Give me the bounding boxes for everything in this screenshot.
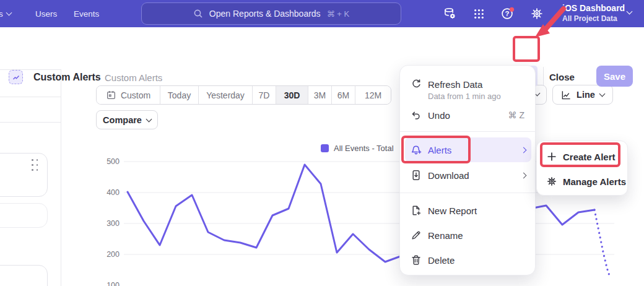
board-icon	[9, 70, 23, 84]
project-switcher[interactable]: iOS Dashboard All Project Data	[562, 3, 625, 23]
page-title: Custom Alerts	[33, 72, 101, 83]
compare-button[interactable]: Compare	[96, 110, 158, 129]
chart-legend: All Events - Total	[321, 144, 394, 153]
submenu-item-label: Create Alert	[563, 152, 615, 162]
new-report-icon	[411, 205, 422, 216]
range-7d[interactable]: 7D	[253, 86, 276, 104]
manage-alerts-item[interactable]: Manage Alerts	[537, 170, 627, 193]
menu-item-label: New Report	[428, 206, 477, 216]
chevron-down-icon[interactable]	[627, 9, 633, 15]
search-placeholder: Open Reports & Dashboards	[209, 9, 321, 19]
range-12m[interactable]: 12M	[355, 86, 391, 104]
y-axis-tick: 400	[98, 188, 120, 197]
more-menu: Refresh Data Data from 1 min ago Undo ⌘ …	[399, 65, 536, 275]
apps-grid-icon[interactable]	[471, 6, 486, 21]
range-label: 30D	[284, 90, 300, 100]
date-range-selector: Custom Today Yesterday 7D 30D 3M 6M 12M	[96, 85, 391, 105]
plus-icon	[546, 151, 557, 162]
save-button[interactable]: Save	[596, 66, 633, 87]
header-divider	[543, 67, 544, 86]
range-6m[interactable]: 6M	[332, 86, 355, 104]
range-custom[interactable]: Custom	[97, 86, 160, 104]
menu-item-shortcut: ⌘ Z	[508, 110, 524, 120]
range-label: Custom	[121, 90, 150, 100]
chevron-down-icon	[6, 10, 12, 16]
gear-icon	[546, 176, 557, 187]
submenu-item-label: Manage Alerts	[563, 176, 626, 187]
search-shortcut: ⌘ + K	[327, 9, 350, 19]
range-label: 12M	[365, 90, 381, 100]
report-header: Custom Alerts Custom Alerts GV Duplicate…	[0, 27, 644, 65]
y-axis-tick: 300	[98, 219, 120, 228]
range-label: Yesterday	[206, 90, 245, 100]
menu-divider	[400, 131, 535, 132]
legend-label: All Events - Total	[334, 144, 394, 153]
chevron-down-icon	[146, 116, 152, 122]
bell-plus-icon	[411, 144, 422, 155]
menu-divider	[400, 193, 535, 193]
range-yesterday[interactable]: Yesterday	[199, 86, 253, 104]
close-button[interactable]: Close	[549, 72, 575, 82]
nav-users[interactable]: Users	[35, 0, 57, 27]
compare-label: Compare	[103, 115, 142, 125]
line-chart-icon	[561, 90, 572, 100]
range-label: 3M	[314, 90, 326, 100]
global-search[interactable]: Open Reports & Dashboards ⌘ + K	[141, 2, 401, 25]
menu-item-new-report[interactable]: New Report	[400, 198, 535, 223]
download-icon	[411, 170, 422, 181]
chart-type-label: Line	[577, 90, 595, 100]
menu-item-undo[interactable]: Undo ⌘ Z	[400, 103, 535, 128]
y-axis-tick: 200	[98, 250, 120, 259]
menu-item-sublabel: Data from 1 min ago	[428, 92, 501, 101]
range-label: 7D	[259, 90, 270, 100]
range-label: Today	[168, 90, 191, 100]
menu-item-label: Refresh Data	[428, 79, 482, 90]
y-axis-tick: 100	[98, 281, 120, 286]
alerts-menu-item[interactable]: Alerts	[400, 137, 535, 162]
screen: 500 400 300 200 100 All Events - Total C…	[0, 0, 644, 286]
svg-text:?: ?	[505, 10, 510, 17]
chevron-down-icon	[599, 91, 605, 97]
chart-type-button[interactable]: Line	[552, 85, 613, 105]
pencil-icon	[411, 230, 422, 241]
chart-series-projection	[594, 210, 610, 277]
range-3m[interactable]: 3M	[308, 86, 332, 104]
refresh-icon	[411, 79, 422, 90]
help-icon[interactable]: ?	[500, 6, 515, 21]
menu-item-download[interactable]: Download	[400, 163, 535, 188]
menu-item-label: Undo	[428, 110, 450, 121]
create-alert-item[interactable]: Create Alert	[537, 145, 627, 168]
search-icon	[193, 9, 203, 19]
menu-item-label: Delete	[428, 255, 455, 266]
breadcrumb: Custom Alerts	[105, 72, 162, 83]
legend-swatch	[321, 144, 329, 152]
undo-icon	[411, 110, 422, 121]
menu-item-label: Download	[428, 170, 469, 181]
chevron-right-icon	[521, 172, 527, 178]
top-nav-bar: s Users Events Open Reports & Dashboards…	[0, 0, 644, 27]
menu-item-rename[interactable]: Rename	[400, 223, 535, 248]
menu-item-delete[interactable]: Delete	[400, 248, 535, 272]
range-today[interactable]: Today	[160, 86, 199, 104]
project-scope: All Project Data	[562, 14, 625, 23]
chevron-right-icon	[521, 147, 527, 153]
nav-events[interactable]: Events	[74, 0, 99, 27]
range-30d-selected[interactable]: 30D	[276, 86, 308, 104]
range-label: 6M	[337, 90, 349, 100]
menu-item-label: Rename	[428, 230, 463, 241]
menu-item-label: Alerts	[428, 145, 451, 155]
calendar-icon	[106, 90, 116, 100]
alerts-submenu: Create Alert Manage Alerts	[536, 141, 628, 196]
project-name: iOS Dashboard	[562, 3, 625, 13]
menu-item-refresh-data[interactable]: Refresh Data Data from 1 min ago	[400, 71, 535, 99]
y-axis-tick: 500	[98, 157, 120, 166]
clipped-nav-label: s	[0, 9, 3, 19]
data-management-icon[interactable]	[442, 6, 457, 21]
settings-gear-icon[interactable]	[529, 6, 544, 21]
trash-icon	[411, 254, 422, 266]
clipped-nav-item[interactable]: s	[0, 0, 11, 27]
